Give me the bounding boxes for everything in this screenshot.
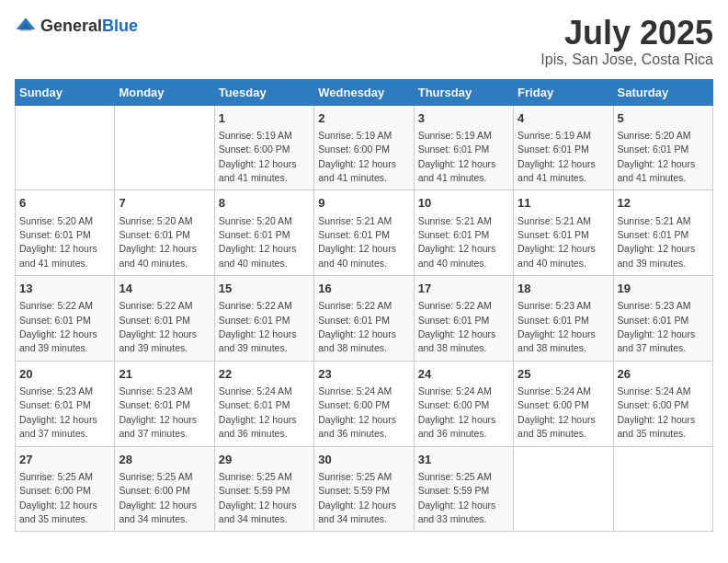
calendar-cell: 30 Sunrise: 5:25 AMSunset: 5:59 PMDaylig…: [314, 446, 414, 532]
logo: GeneralBlue: [15, 15, 138, 37]
day-number: 6: [19, 195, 110, 212]
day-info: Sunrise: 5:25 AMSunset: 5:59 PMDaylight:…: [318, 471, 396, 524]
day-info: Sunrise: 5:24 AMSunset: 6:00 PMDaylight:…: [418, 385, 496, 439]
day-info: Sunrise: 5:21 AMSunset: 6:01 PMDaylight:…: [518, 215, 596, 269]
calendar-cell: 6 Sunrise: 5:20 AMSunset: 6:01 PMDayligh…: [16, 190, 115, 276]
day-number: 7: [119, 195, 210, 212]
calendar-cell: 4 Sunrise: 5:19 AMSunset: 6:01 PMDayligh…: [514, 105, 613, 190]
header-friday: Friday: [514, 79, 613, 105]
day-number: 20: [19, 366, 110, 383]
day-info: Sunrise: 5:23 AMSunset: 6:01 PMDaylight:…: [119, 385, 197, 439]
logo-general: General: [40, 17, 102, 35]
calendar-cell: [514, 446, 613, 532]
day-info: Sunrise: 5:22 AMSunset: 6:01 PMDaylight:…: [318, 300, 396, 353]
calendar-cell: 25 Sunrise: 5:24 AMSunset: 6:00 PMDaylig…: [514, 361, 613, 446]
calendar-cell: [16, 105, 115, 190]
day-info: Sunrise: 5:25 AMSunset: 5:59 PMDaylight:…: [219, 471, 297, 524]
day-info: Sunrise: 5:23 AMSunset: 6:01 PMDaylight:…: [618, 300, 696, 353]
calendar-cell: 23 Sunrise: 5:24 AMSunset: 6:00 PMDaylig…: [314, 361, 414, 446]
day-number: 25: [518, 366, 609, 383]
day-number: 13: [19, 281, 110, 297]
calendar-cell: 2 Sunrise: 5:19 AMSunset: 6:00 PMDayligh…: [314, 105, 414, 190]
calendar-week-3: 13 Sunrise: 5:22 AMSunset: 6:01 PMDaylig…: [16, 276, 713, 362]
logo-icon: [15, 15, 37, 37]
day-info: Sunrise: 5:21 AMSunset: 6:01 PMDaylight:…: [318, 215, 396, 269]
day-number: 29: [219, 452, 310, 468]
day-number: 1: [219, 110, 310, 127]
calendar-week-4: 20 Sunrise: 5:23 AMSunset: 6:01 PMDaylig…: [16, 361, 713, 446]
day-number: 23: [318, 366, 409, 383]
day-info: Sunrise: 5:24 AMSunset: 6:00 PMDaylight:…: [618, 385, 696, 439]
calendar-body: 1 Sunrise: 5:19 AMSunset: 6:00 PMDayligh…: [16, 105, 713, 532]
calendar-cell: 7 Sunrise: 5:20 AMSunset: 6:01 PMDayligh…: [115, 190, 214, 276]
day-info: Sunrise: 5:22 AMSunset: 6:01 PMDaylight:…: [19, 300, 97, 353]
calendar-cell: [115, 105, 214, 190]
calendar-cell: 11 Sunrise: 5:21 AMSunset: 6:01 PMDaylig…: [514, 190, 613, 276]
calendar-cell: 19 Sunrise: 5:23 AMSunset: 6:01 PMDaylig…: [613, 276, 712, 362]
calendar-cell: 16 Sunrise: 5:22 AMSunset: 6:01 PMDaylig…: [314, 276, 414, 362]
day-number: 5: [618, 110, 709, 127]
day-info: Sunrise: 5:20 AMSunset: 6:01 PMDaylight:…: [219, 215, 297, 269]
calendar-cell: 13 Sunrise: 5:22 AMSunset: 6:01 PMDaylig…: [16, 276, 115, 362]
calendar-cell: 10 Sunrise: 5:21 AMSunset: 6:01 PMDaylig…: [414, 190, 513, 276]
day-info: Sunrise: 5:23 AMSunset: 6:01 PMDaylight:…: [518, 300, 596, 353]
calendar-cell: 14 Sunrise: 5:22 AMSunset: 6:01 PMDaylig…: [115, 276, 214, 362]
header-saturday: Saturday: [613, 79, 712, 105]
calendar-cell: 28 Sunrise: 5:25 AMSunset: 6:00 PMDaylig…: [115, 446, 214, 532]
day-info: Sunrise: 5:24 AMSunset: 6:01 PMDaylight:…: [219, 385, 297, 439]
calendar-title: July 2025: [540, 15, 713, 52]
header-thursday: Thursday: [414, 79, 513, 105]
calendar-cell: [613, 446, 712, 532]
calendar-cell: 9 Sunrise: 5:21 AMSunset: 6:01 PMDayligh…: [314, 190, 414, 276]
day-info: Sunrise: 5:22 AMSunset: 6:01 PMDaylight:…: [418, 300, 496, 353]
day-info: Sunrise: 5:23 AMSunset: 6:01 PMDaylight:…: [19, 385, 97, 439]
day-number: 12: [618, 195, 709, 212]
day-info: Sunrise: 5:19 AMSunset: 6:01 PMDaylight:…: [518, 130, 596, 183]
logo-blue: Blue: [102, 17, 138, 35]
day-number: 22: [219, 366, 310, 383]
calendar-week-5: 27 Sunrise: 5:25 AMSunset: 6:00 PMDaylig…: [16, 446, 713, 532]
day-info: Sunrise: 5:21 AMSunset: 6:01 PMDaylight:…: [418, 215, 496, 269]
header-row: Sunday Monday Tuesday Wednesday Thursday…: [16, 79, 713, 105]
header-wednesday: Wednesday: [314, 79, 414, 105]
day-number: 3: [418, 110, 509, 127]
header-monday: Monday: [115, 79, 214, 105]
day-number: 14: [119, 281, 210, 297]
day-info: Sunrise: 5:19 AMSunset: 6:00 PMDaylight:…: [318, 130, 396, 183]
day-info: Sunrise: 5:19 AMSunset: 6:00 PMDaylight:…: [219, 130, 297, 183]
day-number: 4: [518, 110, 609, 127]
day-number: 11: [518, 195, 609, 212]
calendar-subtitle: Ipis, San Jose, Costa Rica: [540, 52, 713, 68]
calendar-cell: 1 Sunrise: 5:19 AMSunset: 6:00 PMDayligh…: [214, 105, 313, 190]
day-info: Sunrise: 5:22 AMSunset: 6:01 PMDaylight:…: [119, 300, 197, 353]
day-number: 16: [318, 281, 409, 297]
day-number: 19: [618, 281, 709, 297]
day-info: Sunrise: 5:25 AMSunset: 6:00 PMDaylight:…: [19, 471, 97, 524]
calendar-cell: 8 Sunrise: 5:20 AMSunset: 6:01 PMDayligh…: [214, 190, 313, 276]
header-sunday: Sunday: [16, 79, 115, 105]
calendar-cell: 12 Sunrise: 5:21 AMSunset: 6:01 PMDaylig…: [613, 190, 712, 276]
calendar-cell: 18 Sunrise: 5:23 AMSunset: 6:01 PMDaylig…: [514, 276, 613, 362]
day-number: 21: [119, 366, 210, 383]
day-number: 15: [219, 281, 310, 297]
day-number: 26: [618, 366, 709, 383]
day-info: Sunrise: 5:24 AMSunset: 6:00 PMDaylight:…: [318, 385, 396, 439]
day-info: Sunrise: 5:20 AMSunset: 6:01 PMDaylight:…: [119, 215, 197, 269]
calendar-cell: 20 Sunrise: 5:23 AMSunset: 6:01 PMDaylig…: [16, 361, 115, 446]
calendar-cell: 29 Sunrise: 5:25 AMSunset: 5:59 PMDaylig…: [214, 446, 313, 532]
calendar-week-2: 6 Sunrise: 5:20 AMSunset: 6:01 PMDayligh…: [16, 190, 713, 276]
day-info: Sunrise: 5:21 AMSunset: 6:01 PMDaylight:…: [618, 215, 696, 269]
calendar-cell: 21 Sunrise: 5:23 AMSunset: 6:01 PMDaylig…: [115, 361, 214, 446]
calendar-cell: 26 Sunrise: 5:24 AMSunset: 6:00 PMDaylig…: [613, 361, 712, 446]
day-info: Sunrise: 5:19 AMSunset: 6:01 PMDaylight:…: [418, 130, 496, 183]
day-number: 10: [418, 195, 509, 212]
calendar-cell: 17 Sunrise: 5:22 AMSunset: 6:01 PMDaylig…: [414, 276, 513, 362]
day-info: Sunrise: 5:25 AMSunset: 6:00 PMDaylight:…: [119, 471, 197, 524]
day-info: Sunrise: 5:20 AMSunset: 6:01 PMDaylight:…: [19, 215, 97, 269]
calendar-header: Sunday Monday Tuesday Wednesday Thursday…: [16, 79, 713, 105]
calendar-cell: 27 Sunrise: 5:25 AMSunset: 6:00 PMDaylig…: [16, 446, 115, 532]
day-number: 31: [418, 452, 509, 468]
page-header: GeneralBlue July 2025 Ipis, San Jose, Co…: [15, 15, 713, 68]
day-number: 30: [318, 452, 409, 468]
day-info: Sunrise: 5:24 AMSunset: 6:00 PMDaylight:…: [518, 385, 596, 439]
